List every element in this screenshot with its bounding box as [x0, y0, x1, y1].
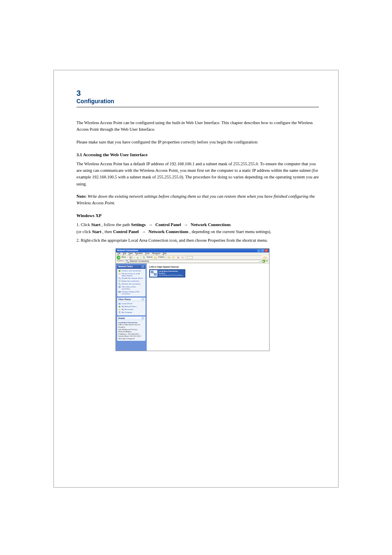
note-paragraph: Note: Write down the existing network se… — [76, 193, 319, 207]
sidebar: Network Tasks⌃ Create a new connection S… — [116, 264, 147, 351]
intro-paragraph-1: The Wireless Access Point can be configu… — [76, 120, 319, 133]
forward-button[interactable]: ► — [129, 256, 133, 259]
svg-rect-19 — [119, 291, 121, 293]
svg-point-23 — [119, 306, 120, 308]
svg-rect-15 — [119, 283, 120, 284]
sidebar-item[interactable]: Change settings of this connection — [118, 291, 144, 295]
menu-advanced[interactable]: Advanced — [152, 252, 160, 255]
sidebar-item[interactable]: My Documents — [118, 308, 144, 311]
svg-rect-16 — [120, 284, 120, 285]
menu-help[interactable]: Help — [163, 252, 166, 255]
note-label: Note: — [76, 194, 87, 199]
menu-favorites[interactable]: Favorites — [135, 252, 143, 255]
sidebar-item[interactable]: Control Panel — [118, 303, 144, 305]
svg-rect-14 — [120, 278, 120, 279]
menu-edit[interactable]: Edit — [123, 252, 126, 255]
menubar: File Edit View Favorites Tools Advanced … — [116, 252, 269, 256]
svg-rect-8 — [126, 260, 127, 261]
svg-rect-27 — [154, 273, 157, 275]
svg-point-11 — [119, 270, 121, 272]
views-button[interactable] — [187, 256, 193, 259]
screenshot-network-connections: Network Connections _ □ × File Edit View… — [115, 248, 270, 351]
heading-rule — [76, 107, 319, 107]
step-bold: Start — [92, 229, 101, 234]
back-label: Back — [122, 256, 126, 259]
intro-paragraph-2: Please make sure that you have configure… — [76, 139, 319, 146]
address-bar: Address Network Connections ▾ ▶Go — [116, 260, 269, 264]
chevron-down-icon[interactable]: ▾ — [259, 260, 260, 263]
chapter-title: Configuration — [76, 98, 319, 104]
details-adapter: SiS 900-Based PCI Fast Ethernet Adapter — [118, 328, 144, 333]
menu-file[interactable]: File — [118, 252, 120, 255]
menu-view[interactable]: View — [129, 252, 133, 255]
maximize-button[interactable]: □ — [261, 249, 264, 252]
wireless-icon — [262, 255, 268, 259]
folders-icon[interactable] — [154, 256, 157, 259]
chevron-up-icon[interactable]: ⌃ — [141, 298, 144, 301]
step-text-fragment: , depending on the current Start menu se… — [189, 229, 271, 234]
sidebar-panel-details: Details⌃ Local Area Connection LAN or Hi… — [117, 317, 145, 341]
panel-title: Network Tasks — [118, 265, 133, 268]
network-connections-icon — [126, 260, 129, 263]
connection-icon — [150, 270, 157, 277]
back-button[interactable]: ◄ — [117, 256, 120, 259]
menu-tools[interactable]: Tools — [145, 252, 150, 255]
chevron-up-icon[interactable]: ⌃ — [141, 265, 144, 268]
address-input[interactable]: Network Connections ▾ — [125, 260, 261, 263]
svg-rect-24 — [119, 311, 120, 312]
step-text-fragment: , then — [102, 229, 113, 234]
move-to-icon[interactable] — [167, 256, 171, 259]
details-cfg: Manually Configured — [118, 338, 144, 340]
arrow-icon: → — [141, 229, 146, 234]
up-icon[interactable] — [136, 256, 139, 259]
connection-item[interactable]: Local Area Connection Enabled SiS 900-Ba… — [149, 269, 185, 278]
sidebar-item[interactable]: My Computer — [118, 311, 144, 314]
delete-icon[interactable] — [176, 256, 180, 259]
svg-rect-25 — [119, 312, 121, 313]
sidebar-item[interactable]: My Network Places — [118, 305, 144, 308]
sidebar-item[interactable]: Create a new connection — [118, 270, 144, 272]
os-heading-xp: Windows XP — [76, 212, 319, 219]
sidebar-item[interactable]: Disable this network device — [118, 277, 144, 280]
window-title: Network Connections — [117, 249, 138, 252]
svg-rect-22 — [119, 303, 121, 305]
section-paragraph-1: The Wireless Access Point has a default … — [76, 161, 319, 187]
chevron-up-icon[interactable]: ⌃ — [141, 317, 144, 320]
close-button[interactable]: × — [265, 249, 268, 252]
list-item: 1. Click Start , follow the path Setting… — [76, 222, 319, 236]
svg-rect-13 — [119, 278, 120, 278]
panel-title: Details — [118, 317, 125, 320]
note-text: Write down the existing network settings… — [76, 194, 315, 205]
svg-rect-26 — [151, 271, 153, 273]
svg-rect-9 — [127, 261, 129, 262]
connection-adapter: SiS 900-Based PCI Fast Ether... — [159, 274, 184, 276]
arrow-icon: → — [148, 222, 153, 227]
svg-line-1 — [144, 258, 145, 259]
minimize-button[interactable]: _ — [257, 249, 261, 252]
chapter-number: 3 — [76, 89, 319, 98]
svg-rect-12 — [119, 273, 121, 275]
content-pane: LAN or High-Speed Internet Local Area Co… — [147, 264, 269, 351]
sidebar-panel-other-places: Other Places⌃ Control Panel My Network P… — [117, 298, 145, 315]
sidebar-item[interactable]: View status of this connection — [118, 286, 144, 290]
sidebar-item[interactable]: Set up a home or small office network — [118, 273, 144, 277]
sidebar-item[interactable]: Rename this connection — [118, 283, 144, 285]
svg-rect-2 — [168, 257, 170, 259]
step-text-fragment: 1. Click — [76, 222, 91, 227]
undo-icon[interactable] — [181, 256, 184, 259]
folders-label: Folders — [158, 256, 164, 259]
step-text-fragment: (or click — [76, 229, 92, 234]
go-button[interactable]: ▶Go — [262, 260, 268, 263]
window-titlebar: Network Connections _ □ × — [116, 249, 269, 252]
list-item: 2. Right-click the appropriate Local Are… — [76, 237, 319, 244]
step-bold: Network Connections — [149, 229, 189, 234]
sidebar-item[interactable]: Repair this connection — [118, 280, 144, 282]
search-icon[interactable] — [142, 256, 145, 259]
step-bold: Control Panel — [113, 229, 139, 234]
step-bold: Start — [91, 222, 101, 227]
sidebar-panel-network-tasks: Network Tasks⌃ Create a new connection S… — [117, 265, 145, 296]
copy-to-icon[interactable] — [172, 256, 175, 259]
svg-point-7 — [265, 258, 265, 259]
address-label: Address — [117, 260, 124, 263]
toolbar: ◄ Back ▾ ► ▾ Search Folders — [116, 256, 269, 260]
